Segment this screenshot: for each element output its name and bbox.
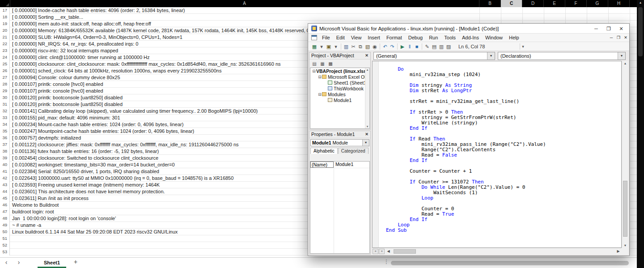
project-explorer-icon[interactable]: ▤ <box>431 43 438 50</box>
window-split-handle-2[interactable]: ≡ <box>379 249 385 254</box>
collapse-icon[interactable]: ⊟ <box>318 75 322 79</box>
tree-scroll-down-icon[interactable]: ▼ <box>365 125 369 128</box>
row-header-27[interactable]: 27 <box>0 74 10 81</box>
properties-panel-header[interactable]: Properties - Module1 ✕ <box>309 131 370 138</box>
child-close-icon[interactable]: ✕ <box>622 35 629 40</box>
column-header-B[interactable]: B <box>479 0 501 7</box>
tree-item-module1[interactable]: Module1 <box>310 97 369 103</box>
vertical-scroll-thumb[interactable] <box>638 7 643 56</box>
row-header-28[interactable]: 28 <box>0 81 10 88</box>
code-scroll-up-icon[interactable]: ▲ <box>622 62 628 65</box>
row-header-42[interactable]: 42 <box>0 175 10 182</box>
view-excel-caret-icon[interactable]: ▾ <box>318 43 325 50</box>
row-header-25[interactable]: 25 <box>0 61 10 68</box>
view-code-icon[interactable]: ▤ <box>310 60 318 67</box>
module-window-icon[interactable] <box>311 35 317 40</box>
menu-item-debug[interactable]: Debug <box>405 34 426 42</box>
row-header-40[interactable]: 40 <box>0 162 10 168</box>
row-header-33[interactable]: 33 <box>0 115 10 121</box>
row-header-44[interactable]: 44 <box>0 188 10 195</box>
view-excel-icon[interactable]: ▦ <box>311 43 318 50</box>
menu-item-addins[interactable]: Add-Ins <box>459 34 482 42</box>
breakpoint-margin[interactable] <box>373 61 379 247</box>
undo-icon[interactable]: ↶ <box>381 43 389 50</box>
row-header-24[interactable]: 24 <box>0 54 10 61</box>
code-scroll-right-icon[interactable]: ▶ <box>615 249 621 254</box>
reset-icon[interactable]: ■ <box>413 43 420 50</box>
insert-userform-icon[interactable]: ▣ <box>325 43 332 50</box>
tree-item-thisworkbook[interactable]: ThisWorkbook <box>310 85 369 91</box>
column-header-F[interactable]: F <box>565 0 587 7</box>
tree-scroll-up-icon[interactable]: ▲ <box>365 68 369 71</box>
row-header-52[interactable]: 52 <box>0 242 10 249</box>
scroll-up-icon[interactable]: ▲ <box>637 1 644 4</box>
menu-item-tools[interactable]: Tools <box>441 34 459 42</box>
row-header-22[interactable]: 22 <box>0 41 10 47</box>
row-header-31[interactable]: 31 <box>0 101 10 108</box>
row-header-17[interactable]: 17 <box>0 7 10 14</box>
row-header-35[interactable]: 35 <box>0 128 10 135</box>
paste-icon[interactable]: ▧ <box>364 43 371 50</box>
row-header-32[interactable]: 32 <box>0 108 10 115</box>
vertical-scrollbar[interactable]: ▲ <box>637 0 644 257</box>
row-header-41[interactable]: 41 <box>0 168 10 175</box>
object-dropdown[interactable]: (General) ▾ <box>373 52 495 60</box>
break-icon[interactable]: ‖ <box>406 43 413 50</box>
row-header-47[interactable]: 47 <box>0 208 10 215</box>
tab-categorized[interactable]: Categorized <box>338 148 369 154</box>
table-row[interactable]: 17[ 0.000000] Inode-cache hash table ent… <box>0 7 637 14</box>
menu-item-run[interactable]: Run <box>426 34 441 42</box>
row-header-49[interactable]: 49 <box>0 222 10 229</box>
row-header-30[interactable]: 30 <box>0 94 10 101</box>
tab-alphabetic[interactable]: Alphabetic <box>310 148 338 154</box>
cut-icon[interactable]: ✂ <box>350 43 357 50</box>
design-mode-icon[interactable]: ✎ <box>424 43 431 50</box>
menu-item-edit[interactable]: Edit <box>333 34 348 42</box>
menu-item-view[interactable]: View <box>348 34 365 42</box>
row-header-53[interactable]: 53 <box>0 249 10 255</box>
add-sheet-button[interactable]: + <box>72 258 80 265</box>
row-header-19[interactable]: 19 <box>0 21 10 27</box>
chevron-down-icon[interactable]: ▾ <box>487 52 495 60</box>
project-panel-close-icon[interactable]: ✕ <box>364 53 369 58</box>
tree-item-modules[interactable]: ⊟Modules <box>310 91 369 97</box>
view-object-icon[interactable]: ▦ <box>318 60 326 67</box>
menu-item-format[interactable]: Format <box>383 34 405 42</box>
redo-icon[interactable]: ↷ <box>389 43 396 50</box>
row-header-43[interactable]: 43 <box>0 182 10 188</box>
menu-item-file[interactable]: File <box>319 34 333 42</box>
row-header-50[interactable]: 50 <box>0 229 10 235</box>
row-header-39[interactable]: 39 <box>0 155 10 162</box>
properties-object-selector[interactable]: Module1 Module ▾ <box>310 139 369 146</box>
sheet-tab-sheet1[interactable]: Sheet1 <box>38 258 66 268</box>
column-header-A[interactable]: A <box>10 0 479 7</box>
property-value[interactable]: Module1 <box>335 162 353 167</box>
row-header-36[interactable]: 36 <box>0 135 10 141</box>
code-horizontal-scrollbar[interactable]: ≡ ≡ ◀ ▶ <box>372 248 622 255</box>
row-header-18[interactable]: 18 <box>0 14 10 21</box>
copy-icon[interactable]: ⧉ <box>357 43 364 50</box>
column-header-E[interactable]: E <box>544 0 565 7</box>
column-header-G[interactable]: G <box>587 0 608 7</box>
child-restore-icon[interactable]: ❐ <box>615 35 622 40</box>
column-header-C[interactable]: C <box>501 0 522 7</box>
collapse-icon[interactable]: ⊟ <box>312 69 316 73</box>
menu-item-help[interactable]: Help <box>506 34 522 42</box>
property-row[interactable]: (Name)Module1 <box>310 162 369 168</box>
find-icon[interactable]: ◉ <box>371 43 378 50</box>
code-vscroll-thumb[interactable] <box>623 181 627 237</box>
column-header-H[interactable]: H <box>608 0 630 7</box>
code-vertical-scrollbar[interactable]: ▲ ▼ <box>622 61 628 248</box>
code-scroll-left-icon[interactable]: ◀ <box>386 249 391 254</box>
properties-window-icon[interactable]: ▥ <box>438 43 445 50</box>
properties-panel-close-icon[interactable]: ✕ <box>364 132 369 137</box>
chevron-down-icon[interactable]: ▾ <box>362 140 369 146</box>
toolbar-options-icon[interactable]: ▾ <box>520 43 526 50</box>
toggle-folders-icon[interactable]: ▩ <box>326 60 335 67</box>
insert-userform-caret-icon[interactable]: ▾ <box>332 43 339 50</box>
close-button[interactable]: ✕ <box>615 24 627 33</box>
project-tree-scrollbar[interactable]: ▲ ▼ <box>365 68 369 128</box>
chevron-down-icon[interactable]: ▾ <box>618 52 625 60</box>
row-header-37[interactable]: 37 <box>0 141 10 148</box>
procedure-dropdown[interactable]: (Declarations) ▾ <box>498 52 626 60</box>
